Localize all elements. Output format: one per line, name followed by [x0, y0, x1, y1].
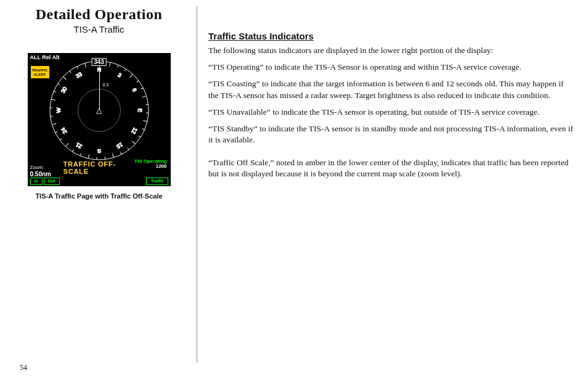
svg-line-6: [125, 69, 126, 71]
svg-text:12: 12: [130, 126, 139, 135]
svg-line-19: [112, 154, 113, 158]
zoom-block: Zoom: 0.50nm: [30, 165, 51, 178]
altitude-readout: 1200: [156, 163, 167, 169]
svg-line-26: [60, 139, 62, 140]
svg-text:S: S: [97, 148, 100, 154]
svg-line-28: [52, 123, 56, 125]
svg-line-34: [63, 76, 66, 80]
svg-line-13: [143, 120, 147, 121]
heading-readout: 343: [91, 58, 107, 66]
svg-line-24: [72, 150, 73, 152]
svg-line-17: [127, 148, 128, 150]
body-paragraph: “TIS Coasting” to indicate that the targ…: [208, 78, 576, 100]
body-paragraph: The following status indicators are disp…: [208, 45, 576, 56]
svg-line-22: [88, 154, 89, 158]
page-subtitle: TIS-A Traffic: [73, 24, 124, 35]
section-heading: Traffic Status Indicators: [208, 31, 576, 41]
svg-text:33: 33: [75, 71, 83, 80]
svg-line-14: [142, 129, 144, 130]
svg-text:30: 30: [60, 86, 68, 94]
softkey-spacer: [61, 178, 145, 185]
compass-rose: N 3 6 E 12 15 S 21 24 W 30: [47, 58, 152, 163]
svg-line-35: [69, 71, 70, 73]
svg-line-32: [54, 91, 56, 92]
svg-line-18: [120, 152, 121, 155]
svg-line-25: [65, 143, 68, 146]
traffic-alert-line2: ALERT: [34, 73, 46, 76]
svg-text:3: 3: [116, 72, 122, 78]
svg-line-31: [51, 99, 55, 100]
svg-line-23: [80, 154, 81, 156]
svg-line-7: [129, 74, 133, 77]
zoom-label: Zoom:: [30, 165, 51, 171]
figure-caption: TIS-A Traffic Page with Traffic Off-Scal…: [35, 192, 162, 200]
body-paragraph: “TIS Operating” to indicate the TIS-A Se…: [208, 62, 576, 73]
traffic-display: ALL Rel Alt TRAFFIC ALERT: [28, 53, 171, 186]
heading-line-icon: [99, 65, 100, 110]
svg-line-9: [141, 88, 143, 89]
softkey-row: In Out Traffic: [28, 178, 171, 185]
zoom-value: 0.50nm: [30, 171, 51, 178]
svg-line-4: [109, 62, 110, 67]
body-paragraph: “TIS Standby” to indicate the TIS-A sens…: [208, 123, 576, 145]
svg-line-15: [138, 136, 140, 137]
svg-line-36: [76, 67, 78, 69]
svg-text:6: 6: [131, 87, 137, 92]
svg-text:W: W: [55, 107, 62, 113]
softkey-traffic[interactable]: Traffic: [146, 178, 168, 185]
softkey-in[interactable]: In: [30, 178, 43, 185]
svg-line-27: [55, 132, 57, 133]
svg-line-10: [142, 96, 146, 97]
page-title: Detailed Operation: [36, 6, 163, 23]
svg-line-16: [132, 141, 135, 144]
svg-line-5: [117, 65, 118, 67]
traffic-offscale-label: TRAFFIC OFF-SCALE: [63, 160, 135, 175]
traffic-alert-line1: TRAFFIC: [32, 68, 48, 72]
inner-range-label: 0.3: [103, 83, 109, 87]
body-paragraph: “TIS Unavailable” to indicate the TIS-A …: [208, 107, 576, 118]
svg-line-1: [84, 63, 86, 67]
svg-line-8: [136, 81, 138, 82]
softkey-out[interactable]: Out: [44, 178, 60, 185]
body-paragraph: “Traffic Off Scale,” noted in amber in t…: [208, 157, 576, 179]
svg-line-33: [57, 83, 59, 84]
svg-text:15: 15: [115, 141, 124, 150]
page-number: 54: [20, 363, 27, 372]
svg-text:24: 24: [60, 126, 68, 135]
svg-text:21: 21: [75, 141, 83, 150]
svg-text:E: E: [137, 109, 143, 112]
